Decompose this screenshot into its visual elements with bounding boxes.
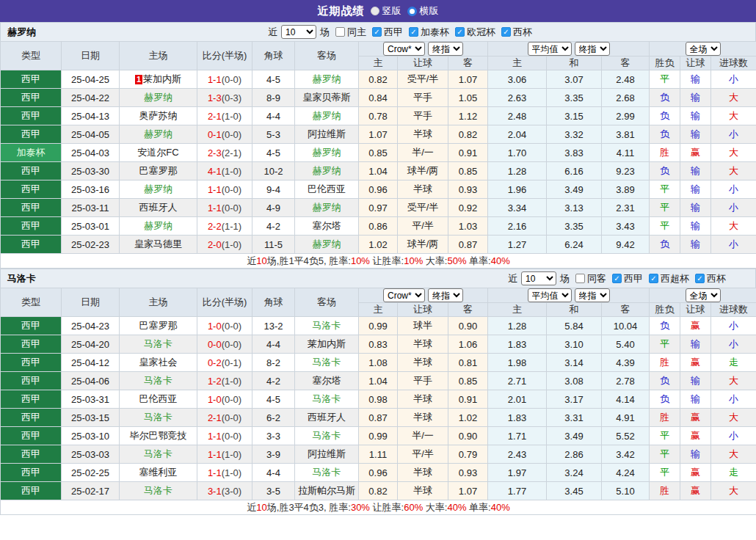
odds-away-cell: 0.91	[448, 144, 488, 162]
same-venue-checkbox[interactable]	[575, 274, 585, 283]
sub-column-header: 进球数	[711, 56, 756, 70]
corners-cell: 9-4	[252, 180, 295, 199]
away-team-name[interactable]: 塞尔塔	[313, 375, 341, 386]
average-stage-select[interactable]: 终指	[575, 288, 610, 302]
home-team-name[interactable]: 西班牙人	[139, 202, 178, 213]
radio-vertical-icon[interactable]	[371, 7, 379, 15]
league-checkbox[interactable]: ✓	[372, 27, 382, 37]
home-team-name[interactable]: 巴塞罗那	[139, 165, 178, 176]
scope-select[interactable]: 全场	[686, 288, 721, 302]
away-team-name[interactable]: 赫罗纳	[313, 165, 341, 176]
home-team-name[interactable]: 马洛卡	[144, 412, 172, 423]
home-team-cell: 安道尔FC	[120, 144, 197, 162]
table-row: 西甲25-03-11西班牙人1-1(0-0)4-9赫罗纳0.97受平/半0.92…	[1, 199, 756, 217]
score-cell: 3-1(3-0)	[197, 482, 252, 500]
recent-count-select[interactable]: 10	[281, 25, 316, 39]
away-team-name[interactable]: 西班牙人	[308, 412, 346, 423]
odds-away-cell: 0.92	[448, 199, 488, 217]
home-team-name[interactable]: 皇家马德里	[134, 238, 182, 249]
home-team-name[interactable]: 赫罗纳	[144, 220, 172, 231]
away-team-name[interactable]: 赫罗纳	[313, 110, 341, 121]
home-team-name[interactable]: 塞维利亚	[139, 467, 178, 478]
away-team-name[interactable]: 拉斯帕尔马斯	[298, 485, 355, 496]
home-team-name[interactable]: 皇家社会	[139, 357, 178, 368]
goals-cell: 大	[711, 217, 756, 236]
team-section: 赫罗纳近10场同主✓西甲✓加泰杯✓欧冠杯✓西杯类型日期主场比分(半场)角球客场C…	[0, 22, 756, 269]
full-time-score: 1-0	[208, 394, 222, 405]
sub-column-header: 主	[359, 303, 398, 317]
odds-stage-select[interactable]: 终指	[428, 42, 463, 56]
home-team-name[interactable]: 毕尔巴鄂竞技	[130, 430, 187, 441]
recent-count-select[interactable]: 10	[521, 271, 556, 285]
average-stage-select[interactable]: 终指	[575, 42, 610, 56]
avg-draw-cell: 3.35	[547, 217, 602, 236]
half-time-score: (1-0)	[222, 449, 241, 460]
summary-segment: 让胜率:	[370, 255, 404, 266]
odds-provider-select[interactable]: Crow*	[383, 288, 425, 302]
away-team-name[interactable]: 塞尔塔	[313, 220, 341, 231]
radio-horizontal-icon[interactable]	[407, 7, 417, 16]
league-checkbox[interactable]: ✓	[649, 274, 658, 283]
away-team-name[interactable]: 赫罗纳	[313, 147, 341, 158]
league-checkbox[interactable]: ✓	[501, 27, 511, 37]
home-team-name[interactable]: 赫罗纳	[144, 183, 172, 194]
home-team-name[interactable]: 巴伦西亚	[139, 393, 178, 404]
result-cell: 负	[650, 89, 680, 107]
layout-option-horizontal[interactable]: 横版	[407, 4, 439, 18]
home-team-name[interactable]: 安道尔FC	[137, 147, 178, 158]
away-team-name[interactable]: 赫罗纳	[313, 202, 341, 213]
league-checkbox[interactable]: ✓	[695, 274, 705, 283]
odds-home-cell: 0.78	[359, 107, 398, 125]
table-row: 西甲25-02-17马洛卡3-1(3-0)3-5拉斯帕尔马斯0.82半球1.07…	[1, 482, 756, 500]
odds-provider-select[interactable]: Crow*	[383, 42, 425, 56]
odds-stage-select[interactable]: 终指	[428, 288, 463, 302]
average-select[interactable]: 平均值	[528, 42, 572, 56]
home-team-name[interactable]: 巴塞罗那	[139, 320, 178, 331]
scope-select[interactable]: 全场	[686, 42, 721, 56]
away-team-name[interactable]: 赫罗纳	[313, 73, 341, 84]
league-checkbox[interactable]: ✓	[409, 27, 418, 37]
away-team-name[interactable]: 赫罗纳	[313, 238, 341, 249]
goals-cell: 小	[711, 317, 756, 335]
result-cell: 平	[650, 180, 680, 199]
result-cell: 胜	[650, 482, 680, 500]
date-cell: 25-03-11	[62, 199, 120, 217]
away-team-name[interactable]: 阿拉维斯	[308, 128, 346, 139]
handicap-cell: 球半/两	[398, 236, 448, 254]
away-team-name[interactable]: 巴伦西亚	[308, 183, 346, 194]
away-team-name[interactable]: 阿拉维斯	[308, 448, 346, 459]
league-checkbox[interactable]: ✓	[455, 27, 465, 37]
home-team-name[interactable]: 莱加内斯	[143, 73, 181, 84]
home-team-name[interactable]: 赫罗纳	[144, 128, 172, 139]
type-cell: 西甲	[1, 70, 62, 89]
home-team-name[interactable]: 马洛卡	[144, 448, 172, 459]
type-cell: 西甲	[1, 390, 62, 409]
home-team-name[interactable]: 马洛卡	[144, 338, 172, 349]
half-time-score: (0-0)	[222, 394, 241, 405]
full-time-score: 4-1	[208, 166, 222, 177]
home-team-name[interactable]: 马洛卡	[144, 375, 172, 386]
layout-option-vertical[interactable]: 竖版	[371, 4, 401, 18]
avg-home-cell: 2.01	[488, 390, 547, 409]
home-team-cell: 皇家社会	[120, 354, 197, 372]
away-team-name[interactable]: 马洛卡	[313, 320, 341, 331]
league-checkbox[interactable]: ✓	[612, 274, 622, 283]
away-team-name[interactable]: 莱加内斯	[308, 338, 346, 349]
away-team-name[interactable]: 马洛卡	[313, 430, 341, 441]
away-team-name[interactable]: 马洛卡	[313, 393, 341, 404]
average-select[interactable]: 平均值	[528, 288, 572, 302]
home-team-name[interactable]: 奥萨苏纳	[139, 110, 178, 121]
away-team-name[interactable]: 马洛卡	[313, 467, 341, 478]
home-team-name[interactable]: 赫罗纳	[144, 92, 172, 103]
away-team-name[interactable]: 马洛卡	[313, 357, 341, 368]
column-header: 日期	[62, 42, 120, 70]
away-team-cell: 阿拉维斯	[295, 125, 359, 144]
sub-column-header: 主	[488, 56, 547, 70]
type-cell: 西甲	[1, 445, 62, 464]
goals-cell: 大	[711, 482, 756, 500]
score-cell: 2-3(2-1)	[197, 144, 252, 162]
away-team-name[interactable]: 皇家贝蒂斯	[303, 92, 351, 103]
same-venue-checkbox[interactable]	[335, 27, 345, 37]
handicap-result-cell: 赢	[680, 144, 711, 162]
home-team-name[interactable]: 马洛卡	[144, 485, 172, 496]
